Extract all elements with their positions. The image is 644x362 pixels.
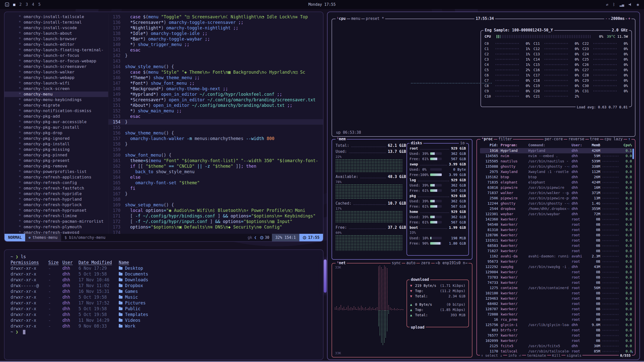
file-item[interactable]: *omarchy-pkg-aur-install [19, 125, 108, 130]
file-item[interactable]: *omarchy-powerprofiles-list [19, 169, 108, 174]
file-item[interactable]: *omarchy-refresh-hyprlock [19, 202, 108, 208]
file-item[interactable]: *omarchy-launch-wifi [19, 80, 108, 86]
vpn-icon[interactable]: ⇄ [606, 2, 608, 7]
file-item[interactable]: *omarchy-refresh-hyprland [19, 197, 108, 202]
file-item[interactable]: *omarchy-refresh-limine [19, 213, 108, 219]
process-row[interactable]: 1162avahi-daavahi-daemon: running [avahi… [480, 254, 632, 259]
process-row[interactable]: 63816pipewire/usr/bin/pipewiredhh16M0.0 [480, 185, 632, 190]
process-row[interactable]: 1275containe/usr/bin/containerdroot56M0.… [480, 285, 632, 291]
file-item[interactable]: *omarchy-pkg-present [19, 158, 108, 163]
proc-col-pid[interactable]: Pid: [480, 142, 498, 148]
workspace[interactable]: 4 [32, 2, 34, 7]
process-row[interactable]: 95673kworker/root0B0.0 [480, 259, 632, 264]
process-row[interactable]: 128707kworker/root0B0.0 [480, 306, 632, 312]
proc-col-memb[interactable]: MemB [587, 142, 600, 148]
process-row[interactable]: 1916HyprlandHyprlanddhh426M0.1 [480, 148, 632, 153]
io-toggle[interactable]: io [459, 141, 466, 145]
process-row[interactable]: 71827kworker/root0B0.0 [480, 248, 632, 254]
file-item[interactable]: *omarchy-launch-screensaver [19, 64, 108, 69]
net-zero-button[interactable]: zero [420, 261, 431, 265]
btop-window[interactable]: ¹cpu menu preset * 17:55:34 - 2000ms + u… [327, 12, 640, 360]
file-item[interactable]: *omarchy-menu-keybindings [19, 97, 108, 103]
file-item[interactable]: *omarchy-install-tailscale [19, 14, 108, 20]
kill-key[interactable]: Kill [551, 353, 562, 358]
process-row[interactable]: 12244ghostty/usr/bin/ghostty --gtk-dhh1.… [480, 201, 632, 206]
file-item[interactable]: *omarchy-pkg-add [19, 114, 108, 119]
file-item[interactable]: *omarchy-pkg-remove [19, 163, 108, 169]
terminal-window[interactable]: ~ ❯ ls Permissions Size User Date Modifi… [4, 249, 324, 360]
per-core-toggle[interactable]: per-core [544, 137, 564, 141]
select-keys[interactable]: ↑ select ↓ [480, 353, 503, 358]
file-item[interactable]: *omarchy-launch-or-focus [19, 53, 108, 58]
interval-increase-button[interactable]: + [627, 16, 631, 21]
process-row[interactable]: 72088kworker/root0B0.0 [480, 312, 632, 317]
file-item[interactable]: *omarchy-pkg-install [19, 141, 108, 147]
process-row[interactable]: 71837walker/usr/bin/walker --gappldhh371… [480, 190, 632, 196]
file-tree[interactable]: *omarchy-install-tailscale*omarchy-insta… [5, 14, 108, 234]
code-pane[interactable]: 135 case $(menu "Toggle" "◫ Screensaver\… [108, 14, 323, 234]
file-item[interactable]: *omarchy-pkg-aur-accessible [19, 119, 108, 125]
process-row[interactable]: 2975XwaylandXwayland :1 -rootless -dhh11… [480, 169, 632, 174]
process-row[interactable]: 102100kworker/root0B0.0 [480, 291, 632, 296]
process-row[interactable]: 128706kworker/root0B0.0 [480, 233, 632, 238]
process-row[interactable]: 135162btopbtopdhh26M0.0 [480, 174, 632, 180]
process-row[interactable]: 2544dropbox/home/dhh/.dropbox-distdhh355… [480, 206, 632, 211]
process-row[interactable]: 68402kworker/root0B0.0 [480, 301, 632, 306]
process-row[interactable]: 76577kworker/root0B0.0 [480, 333, 632, 338]
net-sync-button[interactable]: sync [391, 261, 402, 265]
net-interface[interactable]: ←b enp191s0 n→ [435, 261, 468, 265]
process-row[interactable]: 122292swaybg/usr/bin/swaybg -i /homdhh43… [480, 264, 632, 269]
file-item[interactable]: *omarchy-install-vscode [19, 25, 108, 31]
workspace[interactable]: 2 [19, 2, 22, 7]
file-item[interactable]: *omarchy-pkg-ignored [19, 136, 108, 141]
proc-col-user[interactable]: User: [572, 142, 585, 148]
file-item[interactable]: *omarchy-refresh-hyprsunset [19, 208, 108, 213]
process-row[interactable]: 803btrfs-trroot0B0.0 [480, 328, 632, 333]
process-row[interactable]: 16rcu_preeroot0B0.0 [480, 317, 632, 322]
bluetooth-icon[interactable]: ᛒ [613, 2, 615, 7]
process-row[interactable]: 122301waybar/usr/bin/waybardhh72M0.0 [480, 211, 632, 217]
file-item[interactable]: *omarchy-pkg-drop [19, 130, 108, 136]
signals-key[interactable]: signals [566, 353, 582, 358]
launcher-icon[interactable]: ▲ [5, 3, 9, 7]
process-row[interactable]: 135088ghostty/usr/bin/ghostty --gtk-dhh3… [480, 164, 632, 169]
file-item[interactable]: *omarchy-launch-floating-terminal- [19, 47, 108, 53]
file-item[interactable]: *omarchy-refresh-fastfetch [19, 186, 108, 191]
file-item[interactable]: *omarchy-notification-dismiss [19, 108, 108, 114]
proc-box-title[interactable]: ⁴proc [480, 137, 494, 141]
net-box-title[interactable]: ³net [336, 261, 347, 265]
file-item[interactable]: *omarchy-launch-or-focus-webapp [19, 58, 108, 64]
file-item[interactable]: *omarchy-refresh-hypridle [19, 191, 108, 197]
file-item[interactable]: *omarchy-launch-editor [19, 42, 108, 47]
mixer-icon[interactable]: ▂▄ [620, 2, 624, 7]
file-item[interactable]: *omarchy-pkg-missing [19, 147, 108, 152]
file-item[interactable]: *omarchy-refresh-swayosd [19, 230, 108, 234]
proc-col-cpu[interactable]: Cpu% [621, 142, 632, 148]
volume-icon[interactable] [629, 3, 632, 6]
interval-decrease-button[interactable]: - [604, 16, 609, 21]
tree-toggle[interactable]: tree [589, 137, 600, 141]
process-row[interactable]: 2125fcitx5/usr/bin/fcitx5dhh30M0.0 [480, 343, 632, 349]
process-row[interactable]: 131911kworker/root0B0.0 [480, 238, 632, 243]
cpu-box-title[interactable]: ¹cpu [336, 16, 347, 21]
process-row[interactable]: 74733kworker/root0B0.0 [480, 280, 632, 285]
process-row[interactable]: 142360kworker/root0B0.0 [480, 217, 632, 222]
settings-icon[interactable]: ◉ [637, 2, 639, 7]
info-key[interactable]: info ⏎ [507, 353, 522, 358]
file-item[interactable]: *omarchy-refresh-plymouth [19, 224, 108, 230]
reverse-toggle[interactable]: reverse [567, 137, 585, 141]
menu-button[interactable]: menu [350, 16, 361, 21]
workspace-active[interactable]: ■ [13, 2, 15, 7]
process-row[interactable]: 129004kworker/root0B0.0 [480, 269, 632, 275]
process-row[interactable]: 125756glycin-i/usr/lib/glycin-loadersdhh… [480, 322, 632, 328]
file-item[interactable]: *omarchy-launch-webapp [19, 75, 108, 80]
process-row[interactable]: 81310kworker/root0B0.0 [480, 227, 632, 233]
workspace[interactable]: 5 [38, 2, 41, 7]
process-row[interactable]: 71835elephantelephantdhh424M0.0 [480, 180, 632, 185]
file-item[interactable]: *omarchy-launch-browser [19, 36, 108, 42]
file-item[interactable]: *omarchy-refresh-applications [19, 174, 108, 180]
process-row[interactable]: 73703kworker/root0B0.0 [480, 275, 632, 280]
process-row[interactable]: 94540kworker/root0B0.0 [480, 222, 632, 227]
net-auto-button[interactable]: auto [405, 261, 416, 265]
file-item[interactable]: *omarchy-pkg-pinned [19, 152, 108, 158]
